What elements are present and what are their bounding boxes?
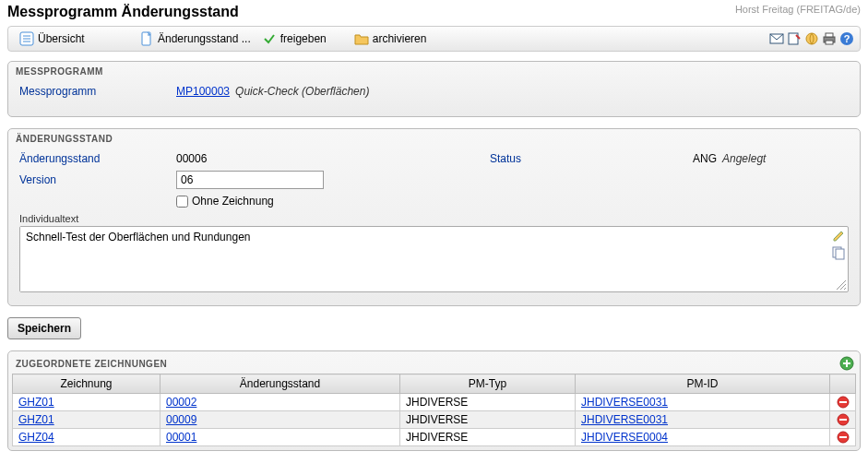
revision-link[interactable]: 00009 [166, 413, 196, 426]
archive-label: archivieren [373, 32, 427, 45]
page-title: Messprogramm Änderungsstand [7, 4, 239, 20]
pmid-link[interactable]: JHDIVERSE0031 [581, 413, 668, 426]
messprogramm-panel: MESSPROGRAMM Messprogramm MP100003 Quick… [7, 61, 861, 117]
drawings-panel: ZUGEORDNETE ZEICHNUNGEN Zeichnung Änderu… [7, 350, 861, 451]
revision-panel: ÄNDERUNGSSTAND Änderungsstand 00006 Stat… [7, 128, 861, 306]
check-icon [262, 31, 277, 46]
revision-button[interactable]: Änderungsstand ... [134, 30, 256, 48]
edit-icon[interactable] [831, 229, 846, 243]
messprogramm-label: Messprogramm [19, 85, 176, 98]
drawing-link[interactable]: GHZ01 [18, 413, 54, 426]
status-label: Status [490, 152, 600, 165]
overview-button[interactable]: Übersicht [14, 30, 134, 48]
drawing-link[interactable]: GHZ01 [18, 396, 54, 409]
drawings-panel-title: ZUGEORDNETE ZEICHNUNGEN [16, 359, 167, 369]
delete-row-button[interactable] [837, 396, 850, 409]
col-pmtype: PM-Typ [400, 374, 576, 394]
drawing-link[interactable]: GHZ04 [18, 431, 54, 444]
individual-textarea[interactable] [20, 227, 827, 291]
release-label: freigeben [280, 32, 327, 45]
revision-label: Änderungsstand ... [158, 32, 251, 45]
status-text: Angelegt [722, 152, 766, 165]
table-row: GHZ0400001JHDIVERSEJHDIVERSE0004 [13, 429, 856, 446]
col-action [830, 374, 856, 394]
list-icon [19, 31, 34, 46]
toolbar: Übersicht Änderungsstand ... freigeben a… [7, 26, 861, 52]
version-label: Version [19, 173, 176, 186]
release-button[interactable]: freigeben [256, 30, 349, 48]
globe-icon[interactable] [804, 31, 819, 46]
mail-icon[interactable] [769, 31, 784, 46]
rev-label: Änderungsstand [19, 152, 176, 165]
svg-text:?: ? [844, 33, 850, 44]
delete-row-button[interactable] [837, 431, 850, 444]
revision-link[interactable]: 00002 [166, 396, 196, 409]
messprogramm-panel-title: MESSPROGRAMM [8, 62, 860, 79]
individual-label: Individualtext [19, 213, 849, 224]
pmid-link[interactable]: JHDIVERSE0031 [581, 396, 668, 409]
pmtype-cell: JHDIVERSE [400, 411, 576, 429]
print-icon[interactable] [822, 31, 837, 46]
revision-panel-title: ÄNDERUNGSSTAND [8, 129, 860, 147]
col-pmid: PM-ID [576, 374, 830, 394]
col-revision: Änderungsstand [161, 374, 400, 394]
pmtype-cell: JHDIVERSE [400, 429, 576, 446]
attach-icon[interactable] [787, 31, 802, 46]
col-drawing: Zeichnung [13, 374, 161, 394]
no-drawing-checkbox[interactable] [176, 196, 188, 208]
document-icon [139, 31, 154, 46]
help-icon[interactable]: ? [839, 31, 854, 46]
messprogramm-desc: Quick-Check (Oberflächen) [235, 85, 369, 98]
table-row: GHZ0100009JHDIVERSEJHDIVERSE0031 [13, 411, 856, 429]
drawings-table: Zeichnung Änderungsstand PM-Typ PM-ID GH… [12, 374, 856, 446]
folder-icon [354, 31, 369, 46]
status-code: ANG [693, 152, 717, 165]
copy-icon[interactable] [831, 245, 846, 260]
svg-rect-10 [826, 41, 833, 44]
svg-point-7 [806, 33, 817, 44]
revision-link[interactable]: 00001 [166, 431, 196, 444]
save-button[interactable]: Speichern [7, 317, 81, 339]
messprogramm-link[interactable]: MP100003 [176, 85, 230, 98]
svg-line-17 [844, 288, 846, 290]
resize-grip[interactable] [837, 280, 846, 290]
add-row-button[interactable] [839, 356, 854, 371]
svg-rect-14 [836, 249, 844, 259]
user-info: Horst Freitag (FREITAG/de) [735, 4, 861, 15]
svg-rect-9 [826, 33, 833, 37]
delete-row-button[interactable] [837, 413, 850, 426]
archive-button[interactable]: archivieren [349, 30, 433, 48]
rev-value: 00006 [176, 152, 490, 165]
version-input[interactable] [176, 171, 324, 189]
no-drawing-label: Ohne Zeichnung [192, 195, 274, 208]
pmid-link[interactable]: JHDIVERSE0004 [581, 431, 668, 444]
overview-label: Übersicht [38, 32, 85, 45]
pmtype-cell: JHDIVERSE [400, 394, 576, 411]
table-row: GHZ0100002JHDIVERSEJHDIVERSE0031 [13, 394, 856, 411]
